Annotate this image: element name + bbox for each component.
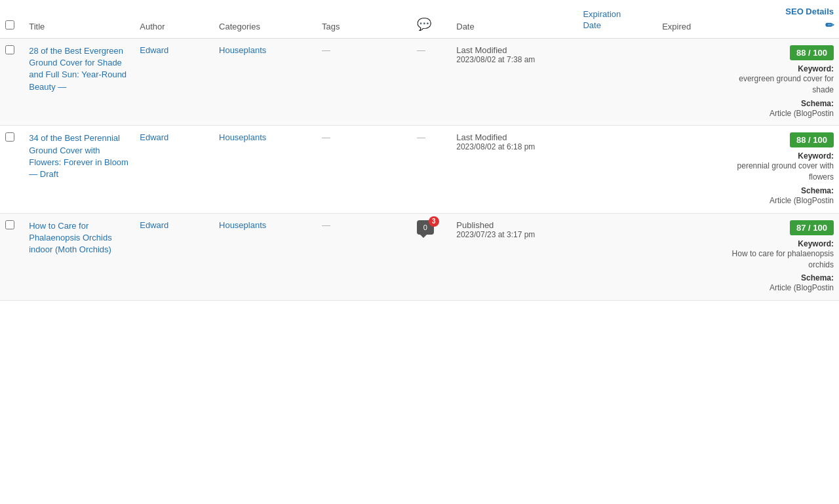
row-expired-cell [657,213,720,300]
seo-score-badge: 88 / 100 [726,132,834,151]
row-checkbox-cell [0,213,24,300]
table-row: 34 of the Best Perennial Ground Cover wi… [0,126,839,213]
row-expiration-cell [577,213,657,300]
comment-count-badge: 3 [429,216,439,227]
header-date: Date [451,0,577,39]
row-title-cell: 28 of the Best Evergreen Ground Cover fo… [24,39,134,126]
seo-keyword-value: How to care for phalaenopsis orchids [726,248,834,271]
header-expiration-line2: Date [583,20,600,30]
row-checkbox[interactable] [5,220,14,229]
post-title-link[interactable]: How to Care for Phalaenopsis Orchids ind… [29,221,111,254]
seo-keyword-value: evergreen ground cover for shade [726,73,834,96]
header-title: Title [24,0,134,39]
row-checkbox-cell [0,126,24,213]
header-expired: Expired [657,0,720,39]
date-label: Last Modified [456,45,572,55]
seo-schema-label: Schema: [726,99,834,108]
posts-table: Title Author Categories Tags 💬 Date [0,0,839,301]
row-tags-cell: — [317,213,412,300]
comment-dash: — [417,45,425,55]
seo-keyword-label: Keyword: [726,151,834,161]
row-tags-cell: — [317,126,412,213]
author-link[interactable]: Edward [140,132,168,142]
header-seo-label: SEO Details [726,7,834,16]
seo-keyword-label: Keyword: [726,239,834,248]
header-expiration: Expiration Date [577,0,657,39]
header-title-label: Title [29,22,45,31]
header-categories: Categories [214,0,317,39]
header-seo: SEO Details ✏ [720,0,839,39]
row-seo-cell: 88 / 100Keyword:perennial ground cover w… [720,126,839,213]
row-seo-cell: 88 / 100Keyword:evergreen ground cover f… [720,39,839,126]
row-tags-cell: — [317,39,412,126]
row-comment-cell: — [412,126,451,213]
seo-keyword-label: Keyword: [726,64,834,73]
header-comment: 💬 [412,0,451,39]
header-tags-label: Tags [322,22,340,31]
header-checkbox-col [0,0,24,39]
header-expiration-line1: Expiration [583,9,621,19]
row-date-cell: Published2023/07/23 at 3:17 pm [451,213,577,300]
seo-score-value: 88 / 100 [790,45,834,60]
table-row: 28 of the Best Evergreen Ground Cover fo… [0,39,839,126]
row-title-cell: 34 of the Best Perennial Ground Cover wi… [24,126,134,213]
seo-score-value: 87 / 100 [790,220,834,235]
comment-bubble-icon: 03 [417,220,434,235]
post-title-link[interactable]: 28 of the Best Evergreen Ground Cover fo… [29,46,127,92]
header-date-label: Date [456,22,474,31]
select-all-checkbox[interactable] [5,20,14,29]
row-date-cell: Last Modified2023/08/02 at 6:18 pm [451,126,577,213]
row-expired-cell [657,39,720,126]
tags-value: — [322,220,330,230]
seo-score-badge: 87 / 100 [726,220,834,239]
row-author-cell: Edward [134,39,214,126]
row-categories-cell: Houseplants [214,213,317,300]
posts-table-container: Title Author Categories Tags 💬 Date [0,0,839,504]
header-tags: Tags [317,0,412,39]
tags-value: — [322,45,330,55]
row-date-cell: Last Modified2023/08/02 at 7:38 am [451,39,577,126]
row-checkbox[interactable] [5,132,14,142]
row-title-cell: How to Care for Phalaenopsis Orchids ind… [24,213,134,300]
seo-schema-label: Schema: [726,186,834,195]
row-checkbox[interactable] [5,45,14,54]
row-author-cell: Edward [134,126,214,213]
comment-header-icon: 💬 [417,18,431,31]
header-categories-label: Categories [219,22,260,31]
row-comment-cell: 03 [412,213,451,300]
tags-value: — [322,132,330,142]
comment-bubble[interactable]: 03 [417,220,434,235]
post-title-link[interactable]: 34 of the Best Perennial Ground Cover wi… [29,133,128,179]
row-categories-cell: Houseplants [214,39,317,126]
date-value: 2023/08/02 at 7:38 am [456,55,572,64]
seo-score-badge: 88 / 100 [726,45,834,64]
author-link[interactable]: Edward [140,220,168,230]
row-expiration-cell [577,126,657,213]
row-checkbox-cell [0,39,24,126]
date-label: Published [456,220,572,230]
seo-keyword-value: perennial ground cover with flowers [726,161,834,183]
seo-schema-value: Article (BlogPostin [726,195,834,206]
seo-schema-value: Article (BlogPostin [726,108,834,119]
date-value: 2023/07/23 at 3:17 pm [456,230,572,239]
seo-edit-icon[interactable]: ✏ [825,20,834,31]
category-link[interactable]: Houseplants [219,220,266,230]
header-author: Author [134,0,214,39]
category-link[interactable]: Houseplants [219,132,266,142]
row-categories-cell: Houseplants [214,126,317,213]
date-value: 2023/08/02 at 6:18 pm [456,142,572,151]
seo-score-value: 88 / 100 [790,132,834,147]
row-author-cell: Edward [134,213,214,300]
row-comment-cell: — [412,39,451,126]
category-link[interactable]: Houseplants [219,45,266,55]
seo-schema-label: Schema: [726,273,834,282]
row-expired-cell [657,126,720,213]
row-seo-cell: 87 / 100Keyword:How to care for phalaeno… [720,213,839,300]
header-expired-label: Expired [662,22,691,31]
seo-schema-value: Article (BlogPostin [726,282,834,294]
header-author-label: Author [140,22,165,31]
comment-dash: — [417,132,425,142]
author-link[interactable]: Edward [140,45,168,55]
row-expiration-cell [577,39,657,126]
date-label: Last Modified [456,132,572,142]
